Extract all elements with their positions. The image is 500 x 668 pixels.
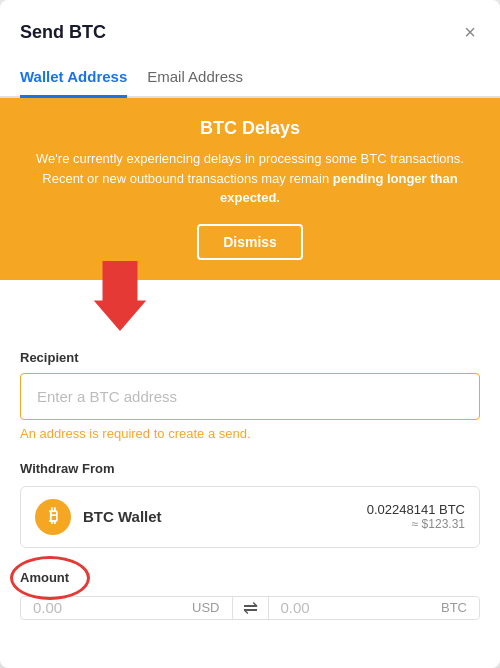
balance-btc: 0.02248141 BTC (367, 502, 465, 517)
amount-usd-group: USD (21, 597, 232, 619)
dismiss-button[interactable]: Dismiss (197, 224, 303, 260)
recipient-input[interactable] (20, 373, 480, 420)
send-btc-modal: Send BTC × Wallet Address Email Address … (0, 0, 500, 668)
amount-label-wrapper: Amount (20, 568, 69, 586)
swap-button[interactable]: ⇌ (232, 597, 269, 619)
amount-section: Amount USD ⇌ BTC (20, 568, 480, 620)
wallet-name: BTC Wallet (83, 508, 367, 525)
amount-row: USD ⇌ BTC (20, 596, 480, 620)
recipient-error: An address is required to create a send. (20, 426, 480, 441)
svg-marker-0 (94, 261, 147, 331)
modal-body: Recipient An address is required to crea… (0, 280, 500, 669)
alert-banner: BTC Delays We're currently experiencing … (0, 98, 500, 280)
btc-icon: ₿ (35, 499, 71, 535)
withdraw-label: Withdraw From (20, 461, 480, 476)
wallet-balance: 0.02248141 BTC ≈ $123.31 (367, 502, 465, 531)
usd-currency-label: USD (192, 600, 219, 615)
alert-message: We're currently experiencing delays in p… (24, 149, 476, 208)
amount-usd-input[interactable] (33, 599, 192, 616)
tab-email-address[interactable]: Email Address (147, 68, 243, 98)
arrow-indicator (90, 261, 150, 335)
amount-btc-input[interactable] (281, 599, 442, 616)
alert-title: BTC Delays (24, 118, 476, 139)
recipient-label: Recipient (20, 350, 480, 365)
amount-label: Amount (20, 570, 69, 585)
modal-header: Send BTC × (0, 0, 500, 46)
swap-icon: ⇌ (243, 597, 258, 619)
btc-currency-label: BTC (441, 600, 467, 615)
tab-wallet-address[interactable]: Wallet Address (20, 68, 127, 98)
close-button[interactable]: × (460, 18, 480, 46)
balance-usd: ≈ $123.31 (367, 517, 465, 531)
modal-title: Send BTC (20, 22, 106, 43)
tab-bar: Wallet Address Email Address (0, 56, 500, 98)
amount-btc-group: BTC (269, 597, 480, 619)
wallet-row[interactable]: ₿ BTC Wallet 0.02248141 BTC ≈ $123.31 (20, 486, 480, 548)
